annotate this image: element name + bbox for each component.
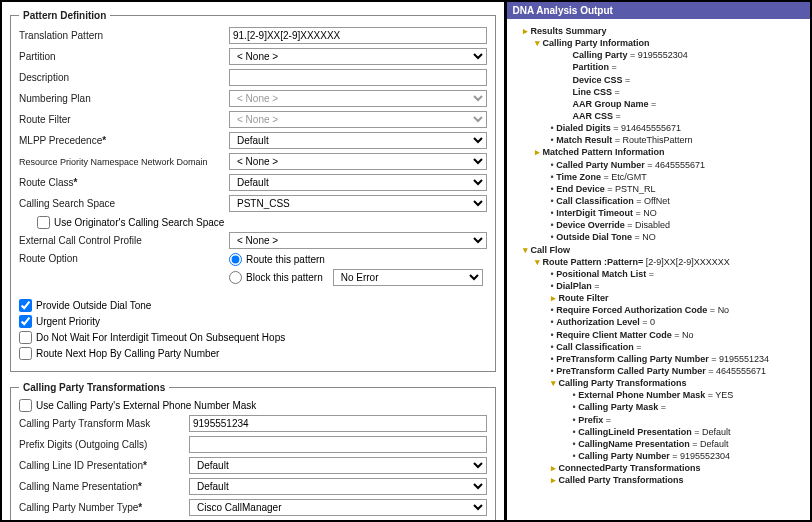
- eccp-select[interactable]: < None >: [229, 232, 487, 249]
- chevron-right-icon[interactable]: [535, 147, 540, 157]
- mlpp-select[interactable]: Default: [229, 132, 487, 149]
- block-this-radio[interactable]: [229, 271, 242, 284]
- mpi-tz: Time Zone = Etc/GMT: [513, 171, 804, 183]
- rpn-label: Resource Priority Namespace Network Doma…: [19, 157, 229, 167]
- urgent-checkbox[interactable]: [19, 315, 32, 328]
- translation-pattern-label: Translation Pattern: [19, 30, 229, 41]
- cpt-cname-select[interactable]: Default: [189, 478, 487, 495]
- cpt-cname-label: Calling Name Presentation: [19, 481, 189, 492]
- description-label: Description: [19, 72, 229, 83]
- cpi-line-css: Line CSS =: [513, 86, 804, 98]
- chevron-right-icon[interactable]: [551, 293, 556, 303]
- dna-header: DNA Analysis Output: [507, 2, 810, 19]
- provide-odt-checkbox[interactable]: [19, 299, 32, 312]
- use-orig-css-label: Use Originator's Calling Search Space: [54, 217, 224, 228]
- cpt-cname: CallingName Presentation = Default: [513, 438, 804, 450]
- route-class-select[interactable]: Default: [229, 174, 487, 191]
- route-this-label: Route this pattern: [246, 254, 325, 265]
- calledparty-node[interactable]: Called Party Transformations: [559, 475, 684, 485]
- numbering-plan-label: Numbering Plan: [19, 93, 229, 104]
- provide-odt-label: Provide Outside Dial Tone: [36, 300, 151, 311]
- chevron-down-icon[interactable]: [523, 245, 528, 255]
- cpt-prefix-input[interactable]: [189, 436, 487, 453]
- cpi-calling-party: Calling Party = 9195552304: [513, 49, 804, 61]
- block-this-label: Block this pattern: [246, 272, 323, 283]
- numbering-plan-select[interactable]: < None >: [229, 90, 487, 107]
- translation-pattern-input[interactable]: [229, 27, 487, 44]
- cpt-prefix: Prefix =: [513, 414, 804, 426]
- mlpp-label: MLPP Precedence: [19, 135, 229, 146]
- cpt-mask-label: Calling Party Transform Mask: [19, 418, 189, 429]
- chevron-right-icon[interactable]: [551, 463, 556, 473]
- route-pattern-node[interactable]: Route Pattern :Pattern= [2-9]XX[2-9]XXXX…: [543, 257, 730, 267]
- right-panel: DNA Analysis Output Results Summary Call…: [507, 2, 810, 520]
- pattern-definition-legend: Pattern Definition: [19, 10, 110, 21]
- pattern-definition-fieldset: Pattern Definition Translation Pattern P…: [10, 10, 496, 372]
- cpi-aar: AAR Group Name =: [513, 98, 804, 110]
- nowait-label: Do Not Wait For Interdigit Timeout On Su…: [36, 332, 285, 343]
- cpi-node[interactable]: Calling Party Information: [543, 38, 650, 48]
- partition-select[interactable]: < None >: [229, 48, 487, 65]
- css-select[interactable]: PSTN_CSS: [229, 195, 487, 212]
- nowait-checkbox[interactable]: [19, 331, 32, 344]
- cpt-cpmask: Calling Party Mask =: [513, 401, 804, 413]
- cpt-extmask: External Phone Number Mask = YES: [513, 389, 804, 401]
- cpi-device-css: Device CSS =: [513, 74, 804, 86]
- cpt-cpntype-label: Calling Party Number Type: [19, 502, 189, 513]
- chevron-right-icon[interactable]: [551, 475, 556, 485]
- use-orig-css-checkbox[interactable]: [37, 216, 50, 229]
- route-next-hop-label: Route Next Hop By Calling Party Number: [36, 348, 219, 359]
- left-panel: Pattern Definition Translation Pattern P…: [2, 2, 507, 520]
- route-filter-select[interactable]: < None >: [229, 111, 487, 128]
- dna-tree: Results Summary Calling Party Informatio…: [507, 19, 810, 492]
- chevron-down-icon[interactable]: [535, 38, 540, 48]
- callflow-node[interactable]: Call Flow: [531, 245, 571, 255]
- cpt-cpntype-select[interactable]: Cisco CallManager: [189, 499, 487, 516]
- mpi-odt: Outside Dial Tone = NO: [513, 231, 804, 243]
- rcmc: Require Client Matter Code = No: [513, 329, 804, 341]
- route-filter-label: Route Filter: [19, 114, 229, 125]
- css-label: Calling Search Space: [19, 198, 229, 209]
- cpt-prefix-label: Prefix Digits (Outgoing Calls): [19, 439, 189, 450]
- chevron-down-icon[interactable]: [551, 378, 556, 388]
- cpi-partition: Partition =: [513, 61, 804, 73]
- partition-label: Partition: [19, 51, 229, 62]
- cpt-clid-select[interactable]: Default: [189, 457, 487, 474]
- cpt-cpn: Calling Party Number = 9195552304: [513, 450, 804, 462]
- mpi-enddevice: End Device = PSTN_RL: [513, 183, 804, 195]
- chevron-down-icon[interactable]: [535, 257, 540, 267]
- precdn: PreTransform Called Party Number = 46455…: [513, 365, 804, 377]
- mpi-called-party: Called Party Number = 4645555671: [513, 159, 804, 171]
- block-reason-select[interactable]: No Error: [333, 269, 483, 286]
- authlevel: Authorization Level = 0: [513, 316, 804, 328]
- dialplan: DialPlan =: [513, 280, 804, 292]
- match-result: Match Result = RouteThisPattern: [513, 134, 804, 146]
- dialed-digits: Dialed Digits = 914645555671: [513, 122, 804, 134]
- rpn-select[interactable]: < None >: [229, 153, 487, 170]
- route-this-radio[interactable]: [229, 253, 242, 266]
- cpt-mask-input[interactable]: [189, 415, 487, 432]
- urgent-label: Urgent Priority: [36, 316, 100, 327]
- description-input[interactable]: [229, 69, 487, 86]
- routefilter-node[interactable]: Route Filter: [559, 293, 609, 303]
- cpt-node[interactable]: Calling Party Transformations: [559, 378, 687, 388]
- eccp-label: External Call Control Profile: [19, 235, 229, 246]
- cpt-clid-label: Calling Line ID Presentation: [19, 460, 189, 471]
- cpt-fieldset: Calling Party Transformations Use Callin…: [10, 382, 496, 520]
- callclass2: Call Classification =: [513, 341, 804, 353]
- results-summary-node[interactable]: Results Summary: [531, 26, 607, 36]
- cpi-aar-css: AAR CSS =: [513, 110, 804, 122]
- chevron-right-icon[interactable]: [523, 26, 528, 36]
- mpi-callclass: Call Classification = OffNet: [513, 195, 804, 207]
- mpi-devoverride: Device Override = Disabled: [513, 219, 804, 231]
- route-class-label: Route Class: [19, 177, 229, 188]
- rfac: Require Forced Authorization Code = No: [513, 304, 804, 316]
- use-ext-mask-checkbox[interactable]: [19, 399, 32, 412]
- use-ext-mask-label: Use Calling Party's External Phone Numbe…: [36, 400, 256, 411]
- mpi-idt: InterDigit Timeout = NO: [513, 207, 804, 219]
- mpi-node[interactable]: Matched Pattern Information: [543, 147, 665, 157]
- connectedparty-node[interactable]: ConnectedParty Transformations: [559, 463, 701, 473]
- route-next-hop-checkbox[interactable]: [19, 347, 32, 360]
- cpt-clid: CallingLineId Presentation = Default: [513, 426, 804, 438]
- precpn: PreTransform Calling Party Number = 9195…: [513, 353, 804, 365]
